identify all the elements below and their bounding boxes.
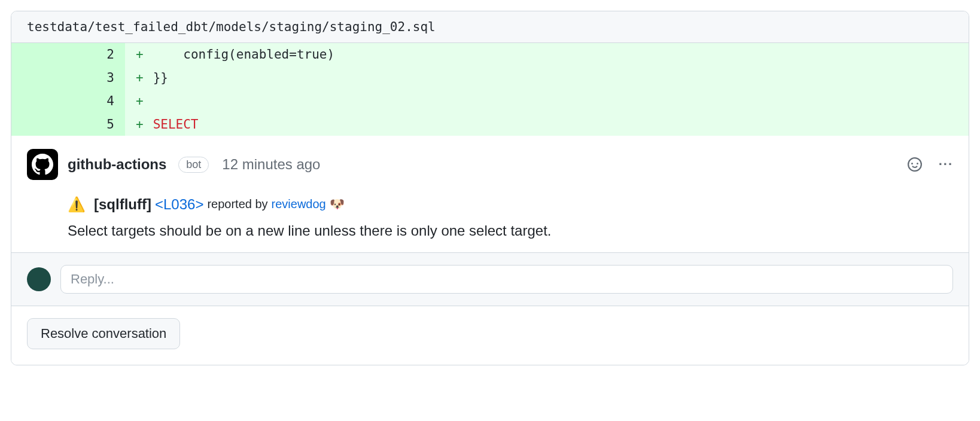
resolve-section: Resolve conversation [11,306,969,365]
reviewer-link[interactable]: reviewdog [272,195,326,213]
comment-body: ⚠️ [sqlfluff] <L036> reported by reviewd… [27,193,953,241]
review-conversation: testdata/test_failed_dbt/models/staging/… [11,11,969,365]
diff-line: 5 + SELECT [11,113,969,136]
dog-icon: 🐶 [330,195,345,213]
diff-marker: + [125,113,151,136]
tool-label: [sqlfluff] [94,193,151,215]
diff-line: 2 + config(enabled=true) [11,43,969,66]
line-number[interactable]: 2 [11,43,125,66]
comment-header: github-actions bot 12 minutes ago ··· [27,149,953,180]
line-number[interactable]: 5 [11,113,125,136]
diff-marker: + [125,66,151,90]
comment-menu-button[interactable]: ··· [939,157,953,172]
diff-marker: + [125,43,151,66]
comment-container: github-actions bot 12 minutes ago ··· ⚠️… [11,136,969,252]
rule-bracket-close: > [195,196,203,212]
code-content: config(enabled=true) [151,43,969,66]
bot-badge: bot [178,157,209,173]
smiley-icon [908,157,922,172]
resolve-conversation-button[interactable]: Resolve conversation [27,318,180,349]
code-content [151,90,969,113]
code-content: }} [151,66,969,90]
rule-bracket-open: < [155,196,163,212]
diff-table: 2 + config(enabled=true) 3 + }} 4 + 5 + … [11,43,969,136]
reply-input[interactable] [60,265,953,294]
reported-by-label: reported by [207,195,267,213]
github-logo-icon [27,149,58,180]
line-number[interactable]: 3 [11,66,125,90]
reply-section [11,253,969,306]
rule-link[interactable]: L036 [163,196,195,212]
file-path-header[interactable]: testdata/test_failed_dbt/models/staging/… [11,11,969,43]
author-avatar[interactable] [27,149,58,180]
comment-author[interactable]: github-actions [68,156,166,173]
kebab-icon: ··· [939,157,953,172]
code-content: SELECT [151,113,969,136]
diff-line: 4 + [11,90,969,113]
line-number[interactable]: 4 [11,90,125,113]
comment-timestamp[interactable]: 12 minutes ago [222,156,320,173]
diff-marker: + [125,90,151,113]
diff-line: 3 + }} [11,66,969,90]
current-user-avatar[interactable] [27,267,51,291]
comment-message: Select targets should be on a new line u… [68,219,953,242]
warning-icon: ⚠️ [68,193,86,215]
add-reaction-button[interactable] [908,157,922,172]
